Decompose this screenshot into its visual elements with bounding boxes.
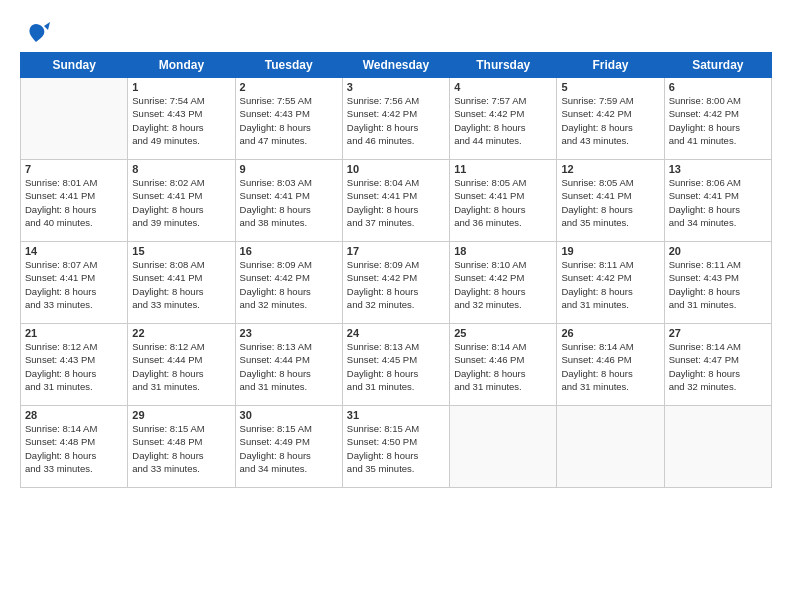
calendar-cell: 3Sunrise: 7:56 AMSunset: 4:42 PMDaylight… <box>342 78 449 160</box>
day-info: Sunrise: 8:04 AMSunset: 4:41 PMDaylight:… <box>347 176 445 229</box>
calendar-cell: 17Sunrise: 8:09 AMSunset: 4:42 PMDayligh… <box>342 242 449 324</box>
day-number: 20 <box>669 245 767 257</box>
calendar-cell: 9Sunrise: 8:03 AMSunset: 4:41 PMDaylight… <box>235 160 342 242</box>
day-info: Sunrise: 8:13 AMSunset: 4:44 PMDaylight:… <box>240 340 338 393</box>
calendar-cell: 24Sunrise: 8:13 AMSunset: 4:45 PMDayligh… <box>342 324 449 406</box>
day-info: Sunrise: 8:09 AMSunset: 4:42 PMDaylight:… <box>347 258 445 311</box>
calendar-cell: 5Sunrise: 7:59 AMSunset: 4:42 PMDaylight… <box>557 78 664 160</box>
day-info: Sunrise: 8:05 AMSunset: 4:41 PMDaylight:… <box>561 176 659 229</box>
logo <box>20 20 50 48</box>
calendar-cell <box>450 406 557 488</box>
weekday-header-thursday: Thursday <box>450 53 557 78</box>
day-number: 6 <box>669 81 767 93</box>
day-info: Sunrise: 8:05 AMSunset: 4:41 PMDaylight:… <box>454 176 552 229</box>
weekday-header-saturday: Saturday <box>664 53 771 78</box>
day-info: Sunrise: 7:55 AMSunset: 4:43 PMDaylight:… <box>240 94 338 147</box>
calendar-week-1: 7Sunrise: 8:01 AMSunset: 4:41 PMDaylight… <box>21 160 772 242</box>
calendar-cell: 16Sunrise: 8:09 AMSunset: 4:42 PMDayligh… <box>235 242 342 324</box>
day-number: 21 <box>25 327 123 339</box>
logo-icon <box>22 20 50 48</box>
day-number: 4 <box>454 81 552 93</box>
calendar-cell: 29Sunrise: 8:15 AMSunset: 4:48 PMDayligh… <box>128 406 235 488</box>
day-info: Sunrise: 8:11 AMSunset: 4:43 PMDaylight:… <box>669 258 767 311</box>
calendar-table: SundayMondayTuesdayWednesdayThursdayFrid… <box>20 52 772 488</box>
weekday-header-sunday: Sunday <box>21 53 128 78</box>
calendar-cell: 6Sunrise: 8:00 AMSunset: 4:42 PMDaylight… <box>664 78 771 160</box>
day-info: Sunrise: 8:15 AMSunset: 4:50 PMDaylight:… <box>347 422 445 475</box>
calendar-cell: 31Sunrise: 8:15 AMSunset: 4:50 PMDayligh… <box>342 406 449 488</box>
day-number: 25 <box>454 327 552 339</box>
day-number: 14 <box>25 245 123 257</box>
calendar-cell: 10Sunrise: 8:04 AMSunset: 4:41 PMDayligh… <box>342 160 449 242</box>
weekday-header-monday: Monday <box>128 53 235 78</box>
day-number: 11 <box>454 163 552 175</box>
day-info: Sunrise: 7:54 AMSunset: 4:43 PMDaylight:… <box>132 94 230 147</box>
day-info: Sunrise: 8:06 AMSunset: 4:41 PMDaylight:… <box>669 176 767 229</box>
calendar-cell: 12Sunrise: 8:05 AMSunset: 4:41 PMDayligh… <box>557 160 664 242</box>
calendar-cell <box>664 406 771 488</box>
calendar-cell: 14Sunrise: 8:07 AMSunset: 4:41 PMDayligh… <box>21 242 128 324</box>
calendar-cell: 8Sunrise: 8:02 AMSunset: 4:41 PMDaylight… <box>128 160 235 242</box>
day-info: Sunrise: 8:14 AMSunset: 4:47 PMDaylight:… <box>669 340 767 393</box>
calendar-header-row: SundayMondayTuesdayWednesdayThursdayFrid… <box>21 53 772 78</box>
day-info: Sunrise: 8:01 AMSunset: 4:41 PMDaylight:… <box>25 176 123 229</box>
calendar-cell: 7Sunrise: 8:01 AMSunset: 4:41 PMDaylight… <box>21 160 128 242</box>
calendar-cell: 11Sunrise: 8:05 AMSunset: 4:41 PMDayligh… <box>450 160 557 242</box>
page-container: SundayMondayTuesdayWednesdayThursdayFrid… <box>0 0 792 498</box>
calendar-cell: 1Sunrise: 7:54 AMSunset: 4:43 PMDaylight… <box>128 78 235 160</box>
calendar-week-2: 14Sunrise: 8:07 AMSunset: 4:41 PMDayligh… <box>21 242 772 324</box>
day-info: Sunrise: 7:57 AMSunset: 4:42 PMDaylight:… <box>454 94 552 147</box>
calendar-week-0: 1Sunrise: 7:54 AMSunset: 4:43 PMDaylight… <box>21 78 772 160</box>
day-info: Sunrise: 7:59 AMSunset: 4:42 PMDaylight:… <box>561 94 659 147</box>
day-number: 5 <box>561 81 659 93</box>
day-info: Sunrise: 8:10 AMSunset: 4:42 PMDaylight:… <box>454 258 552 311</box>
day-number: 3 <box>347 81 445 93</box>
weekday-header-friday: Friday <box>557 53 664 78</box>
calendar-week-4: 28Sunrise: 8:14 AMSunset: 4:48 PMDayligh… <box>21 406 772 488</box>
day-info: Sunrise: 8:02 AMSunset: 4:41 PMDaylight:… <box>132 176 230 229</box>
day-number: 1 <box>132 81 230 93</box>
day-number: 23 <box>240 327 338 339</box>
day-info: Sunrise: 8:13 AMSunset: 4:45 PMDaylight:… <box>347 340 445 393</box>
calendar-cell: 20Sunrise: 8:11 AMSunset: 4:43 PMDayligh… <box>664 242 771 324</box>
calendar-cell: 21Sunrise: 8:12 AMSunset: 4:43 PMDayligh… <box>21 324 128 406</box>
day-number: 29 <box>132 409 230 421</box>
day-number: 26 <box>561 327 659 339</box>
calendar-cell: 26Sunrise: 8:14 AMSunset: 4:46 PMDayligh… <box>557 324 664 406</box>
day-info: Sunrise: 8:12 AMSunset: 4:43 PMDaylight:… <box>25 340 123 393</box>
day-number: 27 <box>669 327 767 339</box>
day-number: 15 <box>132 245 230 257</box>
day-number: 18 <box>454 245 552 257</box>
calendar-cell: 15Sunrise: 8:08 AMSunset: 4:41 PMDayligh… <box>128 242 235 324</box>
day-number: 24 <box>347 327 445 339</box>
calendar-cell: 25Sunrise: 8:14 AMSunset: 4:46 PMDayligh… <box>450 324 557 406</box>
day-number: 13 <box>669 163 767 175</box>
calendar-cell <box>21 78 128 160</box>
day-number: 8 <box>132 163 230 175</box>
day-info: Sunrise: 8:15 AMSunset: 4:49 PMDaylight:… <box>240 422 338 475</box>
calendar-cell: 13Sunrise: 8:06 AMSunset: 4:41 PMDayligh… <box>664 160 771 242</box>
day-number: 31 <box>347 409 445 421</box>
day-number: 22 <box>132 327 230 339</box>
day-number: 17 <box>347 245 445 257</box>
day-info: Sunrise: 8:14 AMSunset: 4:48 PMDaylight:… <box>25 422 123 475</box>
calendar-cell: 2Sunrise: 7:55 AMSunset: 4:43 PMDaylight… <box>235 78 342 160</box>
calendar-cell: 19Sunrise: 8:11 AMSunset: 4:42 PMDayligh… <box>557 242 664 324</box>
day-number: 9 <box>240 163 338 175</box>
calendar-cell: 4Sunrise: 7:57 AMSunset: 4:42 PMDaylight… <box>450 78 557 160</box>
day-info: Sunrise: 8:03 AMSunset: 4:41 PMDaylight:… <box>240 176 338 229</box>
day-number: 28 <box>25 409 123 421</box>
day-info: Sunrise: 8:15 AMSunset: 4:48 PMDaylight:… <box>132 422 230 475</box>
day-info: Sunrise: 8:14 AMSunset: 4:46 PMDaylight:… <box>561 340 659 393</box>
calendar-cell <box>557 406 664 488</box>
calendar-week-3: 21Sunrise: 8:12 AMSunset: 4:43 PMDayligh… <box>21 324 772 406</box>
header <box>20 16 772 48</box>
day-info: Sunrise: 7:56 AMSunset: 4:42 PMDaylight:… <box>347 94 445 147</box>
calendar-cell: 28Sunrise: 8:14 AMSunset: 4:48 PMDayligh… <box>21 406 128 488</box>
weekday-header-tuesday: Tuesday <box>235 53 342 78</box>
day-number: 12 <box>561 163 659 175</box>
calendar-cell: 27Sunrise: 8:14 AMSunset: 4:47 PMDayligh… <box>664 324 771 406</box>
day-number: 7 <box>25 163 123 175</box>
day-number: 2 <box>240 81 338 93</box>
day-info: Sunrise: 8:11 AMSunset: 4:42 PMDaylight:… <box>561 258 659 311</box>
